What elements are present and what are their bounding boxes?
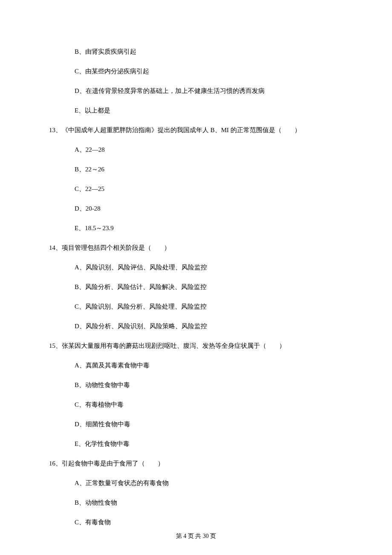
question-stem: 13、《中国成年人超重肥胖防治指南》提出的我国成年人 B、MI 的正常范围值是（… — [49, 126, 343, 135]
option-text: B、22～26 — [49, 165, 343, 174]
option-text: A、真菌及其毒素食物中毒 — [49, 361, 343, 370]
option-text: E、化学性食物中毒 — [49, 439, 343, 448]
option-text: A、22—28 — [49, 145, 343, 154]
option-text: C、有毒食物 — [49, 518, 343, 527]
option-text: B、动物性食物中毒 — [49, 381, 343, 390]
option-text: A、风险识别、风险评估、风险处理、风险监控 — [49, 263, 343, 272]
question-stem: 15、张某因大量服用有毒的蘑菇出现剧烈呕吐、腹泻、发热等全身症状属于（ ） — [49, 341, 343, 350]
option-text: B、风险分析、风险估计、风险解决、风险监控 — [49, 283, 343, 292]
option-text: A、正常数量可食状态的有毒食物 — [49, 479, 343, 488]
page-footer: 第 4 页 共 30 页 — [0, 532, 392, 540]
option-text: B、由肾实质疾病引起 — [49, 47, 343, 56]
option-text: D、细菌性食物中毒 — [49, 420, 343, 429]
option-text: C、22—25 — [49, 185, 343, 194]
option-text: B、动物性食物 — [49, 498, 343, 507]
option-text: E、18.5～23.9 — [49, 224, 343, 233]
question-stem: 16、引起食物中毒是由于食用了（ ） — [49, 459, 343, 468]
option-text: D、在遗传背景轻度异常的基础上，加上不健康生活习惯的诱而发病 — [49, 87, 343, 95]
option-text: D、风险分析、风险识别、风险策略、风险监控 — [49, 322, 343, 331]
option-text: C、风险识别、风险分析、风险处理、风险监控 — [49, 302, 343, 311]
option-text: D、20-28 — [49, 204, 343, 213]
option-text: C、由某些内分泌疾病引起 — [49, 67, 343, 76]
option-text: C、有毒植物中毒 — [49, 400, 343, 409]
question-stem: 14、项目管理包括四个相关阶段是（ ） — [49, 243, 343, 252]
option-text: E、以上都是 — [49, 106, 343, 115]
